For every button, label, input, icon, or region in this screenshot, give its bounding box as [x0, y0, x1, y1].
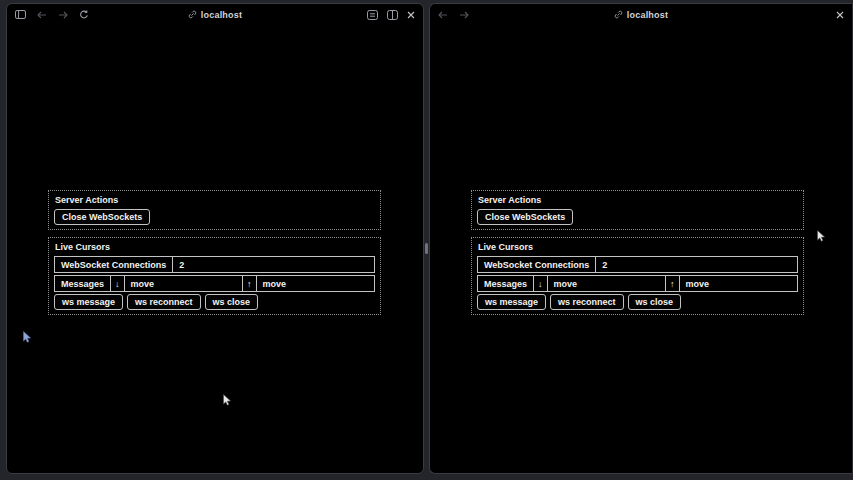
messages-row: Messages ↓ move ↑ move [477, 275, 798, 292]
incoming-arrow-icon: ↑ [666, 276, 680, 291]
link-icon [188, 10, 197, 19]
forward-icon[interactable] [58, 11, 68, 19]
incoming-arrow-icon: ↑ [243, 276, 257, 291]
ws-reconnect-button[interactable]: ws reconnect [550, 294, 624, 310]
live-cursors-group: Live Cursors WebSocket Connections 2 Mes… [48, 237, 381, 315]
outgoing-arrow-icon: ↓ [111, 276, 125, 291]
ws-buttons-row: ws message ws reconnect ws close [54, 294, 375, 310]
window-divider-handle[interactable] [425, 243, 428, 254]
remote-cursor-icon [23, 329, 32, 347]
titlebar: localhost [7, 4, 423, 25]
live-cursors-group: Live Cursors WebSocket Connections 2 Mes… [471, 237, 804, 315]
page-content: Server Actions Close WebSockets Live Cur… [7, 25, 423, 474]
url-display[interactable]: localhost [430, 4, 852, 25]
server-actions-title: Server Actions [55, 194, 375, 206]
ws-close-button[interactable]: ws close [205, 294, 259, 310]
mouse-cursor-icon [817, 228, 826, 246]
titlebar-right-controls [836, 11, 844, 19]
connections-row: WebSocket Connections 2 [477, 256, 798, 273]
server-actions-group: Server Actions Close WebSockets [48, 190, 381, 230]
ws-message-button[interactable]: ws message [54, 294, 123, 310]
titlebar-left-controls [15, 10, 89, 20]
titlebar-right-controls [367, 10, 415, 20]
url-text: localhost [201, 10, 242, 20]
messages-row: Messages ↓ move ↑ move [54, 275, 375, 292]
messages-label: Messages [55, 276, 111, 291]
live-cursors-title: Live Cursors [55, 241, 375, 253]
browser-window-right: localhost Server Actions Close WebSocket… [429, 3, 853, 474]
connections-row: WebSocket Connections 2 [54, 256, 375, 273]
ws-reconnect-button[interactable]: ws reconnect [127, 294, 201, 310]
incoming-event-value: move [257, 276, 374, 291]
outgoing-event-value: move [125, 276, 243, 291]
split-view-icon[interactable] [387, 10, 398, 20]
outgoing-arrow-icon: ↓ [534, 276, 548, 291]
url-text: localhost [627, 10, 668, 20]
close-icon[interactable] [407, 11, 415, 19]
close-websockets-button[interactable]: Close WebSockets [54, 209, 150, 225]
messages-label: Messages [478, 276, 534, 291]
connections-value: 2 [173, 257, 374, 272]
sidebar-icon[interactable] [15, 10, 26, 19]
ws-close-button[interactable]: ws close [628, 294, 682, 310]
titlebar-left-controls [438, 11, 469, 19]
back-icon[interactable] [438, 11, 448, 19]
browser-window-left: localhost Server Actions [6, 3, 424, 474]
tab-overview-icon[interactable] [367, 10, 378, 20]
close-icon[interactable] [836, 11, 844, 19]
forward-icon[interactable] [459, 11, 469, 19]
back-icon[interactable] [37, 11, 47, 19]
incoming-event-value: move [680, 276, 797, 291]
connections-label: WebSocket Connections [55, 257, 173, 272]
titlebar: localhost [430, 4, 852, 25]
server-actions-title: Server Actions [478, 194, 798, 206]
page-content: Server Actions Close WebSockets Live Cur… [430, 25, 852, 474]
connections-value: 2 [596, 257, 797, 272]
close-websockets-button[interactable]: Close WebSockets [477, 209, 573, 225]
link-icon [614, 10, 623, 19]
ws-buttons-row: ws message ws reconnect ws close [477, 294, 798, 310]
reload-icon[interactable] [79, 10, 89, 20]
mouse-cursor-icon [223, 392, 232, 410]
live-cursors-title: Live Cursors [478, 241, 798, 253]
ws-message-button[interactable]: ws message [477, 294, 546, 310]
app-panel: Server Actions Close WebSockets Live Cur… [48, 190, 381, 315]
outgoing-event-value: move [548, 276, 666, 291]
server-actions-group: Server Actions Close WebSockets [471, 190, 804, 230]
app-panel: Server Actions Close WebSockets Live Cur… [471, 190, 804, 315]
connections-label: WebSocket Connections [478, 257, 596, 272]
